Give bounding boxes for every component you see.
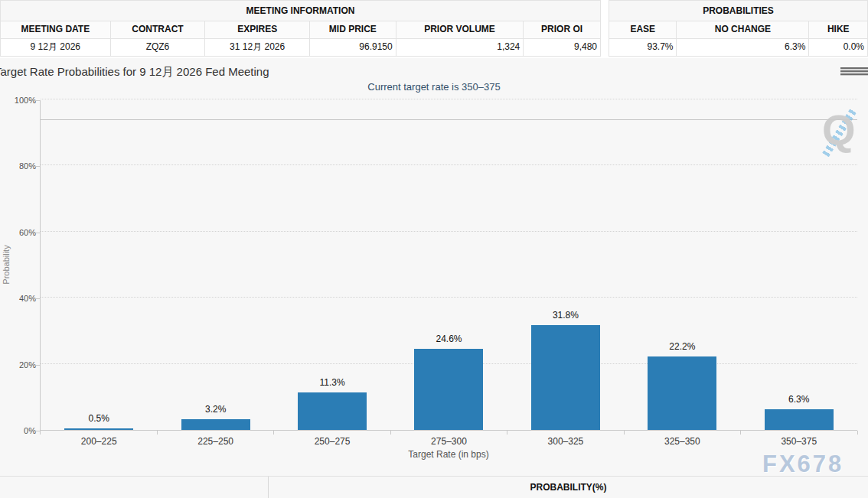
probabilities-value-row: 93.7% 6.3% 0.0%: [609, 39, 868, 57]
col-header-mid-price: MID PRICE: [309, 21, 396, 38]
y-axis-tick: [35, 365, 40, 366]
col-header-no-change: NO CHANGE: [676, 21, 808, 38]
chart-context-menu-button[interactable]: [840, 67, 856, 79]
bar-value-label: 22.2%: [624, 341, 740, 352]
footer-probability-label: PROBABILITY(%): [269, 477, 868, 498]
x-axis-category-label: 200–225: [41, 436, 157, 447]
probabilities-table: PROBABILITIES EASE NO CHANGE HIKE 93.7% …: [609, 0, 868, 57]
hamburger-menu-icon: [840, 67, 868, 70]
x-axis-tick: [157, 431, 158, 435]
y-axis-tick-label: 20%: [5, 360, 36, 369]
x-axis-category-label: 350–375: [741, 436, 857, 447]
col-header-expires: EXPIRES: [204, 21, 309, 38]
chart-title: Target Rate Probabilities for 9 12月 2026…: [0, 65, 269, 80]
plot-area: 0.5%200–2253.2%225–25011.3%250–27524.6%2…: [40, 100, 857, 431]
bar-column: 3.2%225–250: [157, 100, 273, 430]
bar-200–225[interactable]: [64, 428, 133, 430]
x-axis-tick: [624, 431, 625, 435]
value-meeting-date: 9 12月 2026: [1, 39, 110, 56]
meeting-info-value-row: 9 12月 2026 ZQZ6 31 12月 2026 96.9150 1,32…: [0, 39, 601, 57]
fx678-watermark: FX678: [762, 451, 844, 478]
probabilities-header-row: EASE NO CHANGE HIKE: [609, 21, 868, 39]
bar-column: 22.2%325–350: [624, 100, 740, 430]
value-no-change: 6.3%: [676, 39, 808, 56]
y-axis-tick: [35, 298, 40, 299]
chart-subtitle: Current target rate is 350–375: [0, 81, 868, 93]
x-axis-category-label: 300–325: [507, 436, 624, 447]
fedwatch-page: MEETING INFORMATION MEETING DATE CONTRAC…: [0, 0, 868, 498]
y-axis-tick-label: 0%: [5, 426, 36, 435]
x-axis-category-label: 325–350: [624, 436, 740, 447]
y-axis-tick-label: 40%: [5, 294, 36, 303]
x-axis-tick: [390, 431, 391, 435]
bar-225–250[interactable]: [181, 419, 250, 430]
bar-325–350[interactable]: [648, 356, 716, 430]
x-axis-tick: [273, 431, 274, 435]
x-axis-category-label: 250–275: [274, 436, 390, 447]
y-axis-tick: [35, 233, 40, 233]
bar-column: 24.6%275–300: [390, 100, 507, 430]
bar-value-label: 11.3%: [274, 377, 390, 388]
x-axis-tick: [40, 431, 41, 435]
y-axis-tick-label: 80%: [5, 161, 36, 171]
bar-250–275[interactable]: [298, 392, 367, 430]
value-ease: 93.7%: [609, 39, 676, 56]
meeting-info-title: MEETING INFORMATION: [0, 0, 601, 21]
gridline: [41, 99, 857, 99]
probabilities-title: PROBABILITIES: [609, 0, 868, 21]
bar-value-label: 31.8%: [507, 310, 624, 321]
x-axis-tick: [740, 431, 741, 435]
col-header-contract: CONTRACT: [110, 21, 205, 38]
col-header-ease: EASE: [609, 21, 676, 38]
bar-300–325[interactable]: [531, 325, 600, 430]
bar-column: 0.5%200–225: [41, 100, 157, 430]
meeting-info-header-row: MEETING DATE CONTRACT EXPIRES MID PRICE …: [0, 21, 601, 39]
quikstrike-q-icon: Q: [822, 109, 856, 151]
y-axis-tick: [35, 166, 40, 167]
value-hike: 0.0%: [808, 39, 867, 56]
x-axis-title: Target Rate (in bps): [40, 449, 857, 460]
bar-value-label: 24.6%: [390, 334, 507, 344]
x-axis-tick: [857, 431, 858, 435]
bar-350–375[interactable]: [765, 409, 834, 430]
value-contract: ZQZ6: [110, 39, 205, 56]
x-axis-tick: [507, 431, 507, 435]
bar-275–300[interactable]: [414, 349, 483, 430]
x-axis-category-label: 225–250: [157, 436, 273, 447]
quikstrike-watermark: Q: [817, 109, 860, 155]
footer-bar: PROBABILITY(%): [0, 476, 868, 498]
col-header-prior-oi: PRIOR OI: [523, 21, 600, 38]
value-prior-oi: 9,480: [523, 39, 600, 56]
y-axis-title: Probability: [2, 235, 11, 295]
x-axis-category-label: 275–300: [390, 436, 507, 447]
meeting-info-table: MEETING INFORMATION MEETING DATE CONTRAC…: [0, 0, 601, 57]
bar-column: 31.8%300–325: [507, 100, 624, 430]
bar-value-label: 0.5%: [41, 413, 157, 424]
value-expires: 31 12月 2026: [204, 39, 309, 56]
col-header-meeting-date: MEETING DATE: [1, 21, 110, 38]
probability-bar-chart: Target Rate Probabilities for 9 12月 2026…: [0, 58, 868, 476]
y-axis-tick-label: 100%: [5, 96, 36, 105]
col-header-prior-volume: PRIOR VOLUME: [396, 21, 524, 38]
bar-column: 11.3%250–275: [274, 100, 390, 430]
value-prior-volume: 1,324: [396, 39, 524, 56]
bar-value-label: 3.2%: [157, 404, 273, 415]
y-axis-tick-label: 60%: [5, 228, 36, 237]
bar-value-label: 6.3%: [741, 394, 857, 405]
col-header-hike: HIKE: [808, 21, 867, 38]
value-mid-price: 96.9150: [309, 39, 396, 56]
footer-left-cell: [0, 477, 269, 498]
y-axis-tick: [35, 100, 40, 101]
